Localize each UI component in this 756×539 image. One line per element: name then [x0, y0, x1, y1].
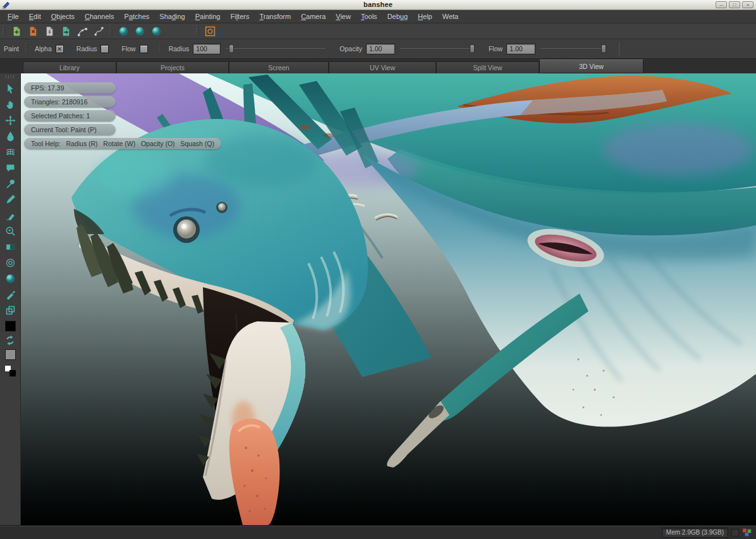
hud-pill-4: Tool Help: Radius (R) Rotate (W) Opacity… — [24, 138, 221, 149]
eraser-tool[interactable] — [3, 208, 18, 223]
window-title: banshee — [0, 1, 756, 8]
menu-edit[interactable]: Edit — [24, 11, 46, 22]
opacity-field[interactable]: 1.00 — [366, 44, 395, 54]
menu-transform[interactable]: Transform — [254, 11, 296, 22]
menu-file[interactable]: File — [3, 11, 24, 22]
menu-debug[interactable]: Debug — [382, 11, 413, 22]
paint-mode-label: Paint — [4, 45, 19, 53]
toolbar-drag-handle[interactable] — [3, 26, 6, 36]
background-color-swatch[interactable] — [5, 349, 16, 360]
paintbar-separator — [619, 42, 619, 56]
viewport-hud: FPS: 17.39Triangles: 2180916Selected Pat… — [24, 82, 221, 152]
save-project-icon[interactable] — [42, 24, 56, 38]
flow-slider[interactable] — [540, 44, 606, 53]
flow-checkbox[interactable] — [140, 45, 148, 53]
status-toggle-box[interactable] — [731, 529, 739, 536]
tab-split-view[interactable]: Split View — [436, 61, 539, 73]
menu-painting[interactable]: Painting — [190, 11, 226, 22]
ellipse-select-tool[interactable] — [3, 255, 18, 270]
shade-flat-icon[interactable] — [116, 24, 130, 38]
view-tabstrip: LibraryProjectsScreenUV ViewSplit View3D… — [0, 59, 756, 73]
import-object-icon[interactable] — [59, 24, 73, 38]
flow-slider-label: Flow — [489, 45, 503, 53]
paint-properties-bar: Paint Alpha ✕ Radius Flow Radius 100 Opa… — [0, 39, 756, 59]
maximize-button[interactable]: □ — [729, 1, 740, 8]
menu-channels[interactable]: Channels — [80, 11, 119, 22]
flow-toggle-label: Flow — [121, 45, 135, 53]
radius-field[interactable]: 100 — [193, 44, 221, 54]
foreground-color-swatch[interactable] — [5, 321, 16, 331]
menu-camera[interactable]: Camera — [296, 11, 331, 22]
menu-filters[interactable]: Filters — [225, 11, 254, 22]
flow-field[interactable]: 1.00 — [506, 44, 535, 54]
curve-tool-icon[interactable] — [92, 24, 106, 38]
blur-tool[interactable] — [3, 128, 18, 144]
sphere-shade-tool[interactable] — [3, 271, 18, 286]
menu-weta[interactable]: Weta — [437, 11, 463, 22]
zoom-tool[interactable] — [3, 223, 18, 239]
alpha-checkbox[interactable]: ✕ — [56, 45, 64, 53]
radius-checkbox[interactable] — [101, 45, 109, 53]
select-tool[interactable] — [3, 81, 18, 96]
titlebar[interactable]: banshee –□× — [0, 0, 756, 10]
menu-shading[interactable]: Shading — [154, 11, 190, 22]
clone-stamp-tool[interactable] — [3, 160, 18, 175]
radius-slider[interactable] — [226, 44, 326, 53]
move-tool[interactable] — [3, 113, 18, 128]
paintbar-drag-handle[interactable] — [25, 44, 28, 54]
alpha-label: Alpha — [35, 45, 52, 53]
radius-slider-label: Radius — [169, 45, 190, 53]
menu-view[interactable]: View — [331, 11, 356, 22]
status-bar: Mem 2.9GB (3.9GB) — [0, 525, 756, 539]
3d-viewport-canvas[interactable]: FPS: 17.39Triangles: 2180916Selected Pat… — [21, 73, 756, 525]
hud-pill-1: Triangles: 2180916 — [24, 96, 116, 108]
tool-palette — [0, 73, 21, 525]
gradient-tool[interactable] — [3, 239, 18, 254]
hud-pill-2: Selected Patches: 1 — [24, 110, 116, 121]
pin-tool[interactable] — [3, 176, 18, 191]
duplicate-patch-tool[interactable] — [3, 302, 18, 318]
menu-tools[interactable]: Tools — [356, 11, 382, 22]
new-project-icon[interactable] — [9, 24, 23, 38]
tab-3d-view[interactable]: 3D View — [539, 59, 643, 73]
paintbar-drag-handle[interactable] — [159, 44, 162, 54]
shade-smooth-icon[interactable] — [133, 24, 147, 38]
path-tool-icon[interactable] — [75, 24, 89, 38]
pan-tool[interactable] — [3, 97, 18, 112]
flow-slider-handle[interactable] — [601, 44, 606, 53]
minimize-button[interactable]: – — [716, 1, 727, 8]
hud-pill-0: FPS: 17.39 — [24, 82, 116, 94]
toolbar-drag-handle[interactable] — [196, 26, 199, 36]
rgb-channels-icon[interactable] — [742, 528, 752, 537]
swap-colors-icon[interactable] — [4, 335, 16, 346]
radius-slider-handle[interactable] — [229, 44, 234, 53]
close-project-icon[interactable] — [26, 24, 40, 38]
default-colors-swatch[interactable] — [4, 365, 16, 376]
opacity-slider-handle[interactable] — [470, 44, 475, 53]
tab-projects[interactable]: Projects — [116, 61, 229, 73]
paint-brush-tool[interactable] — [3, 192, 18, 207]
memory-usage: Mem 2.9GB (3.9GB) — [662, 528, 728, 538]
opacity-slider[interactable] — [400, 44, 475, 53]
menu-patches[interactable]: Patches — [119, 11, 155, 22]
menu-bar: FileEditObjectsChannelsPatchesShadingPai… — [0, 10, 756, 23]
menu-help[interactable]: Help — [413, 11, 437, 22]
main-toolbar — [0, 23, 756, 39]
opacity-slider-label: Opacity — [339, 45, 362, 53]
menu-objects[interactable]: Objects — [46, 11, 80, 22]
tab-uv-view[interactable]: UV View — [329, 61, 436, 73]
toolbar-drag-handle[interactable] — [109, 26, 113, 36]
warp-grid-tool[interactable] — [3, 144, 18, 159]
shade-textured-icon[interactable] — [149, 24, 163, 38]
radius-toggle-label: Radius — [76, 45, 97, 53]
tab-library[interactable]: Library — [23, 61, 116, 73]
palette-drag-handle[interactable] — [6, 75, 15, 78]
projection-mask-icon[interactable] — [203, 24, 217, 38]
tab-screen[interactable]: Screen — [229, 61, 329, 73]
slice-tool[interactable] — [3, 287, 18, 302]
close-button[interactable]: × — [742, 1, 753, 8]
hud-pill-3: Current Tool: Paint (P) — [24, 124, 116, 135]
